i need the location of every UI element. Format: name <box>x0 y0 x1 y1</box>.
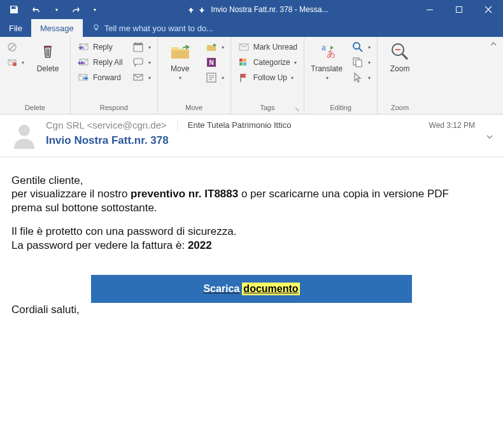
categorize-icon <box>237 57 250 68</box>
related-icon <box>351 56 364 69</box>
chevron-down-icon <box>485 132 494 141</box>
caret-down-icon: ▾ <box>294 60 297 66</box>
collapse-ribbon[interactable] <box>489 37 503 114</box>
meeting-button[interactable]: ▾ <box>129 39 153 55</box>
group-respond: Reply Reply All Forward ▾ ▾ <box>71 37 158 114</box>
caret-down-icon: ▾ <box>368 60 371 66</box>
reply-icon <box>77 41 90 53</box>
select-icon <box>351 71 364 84</box>
translate-button[interactable]: aあ Translate▾ <box>308 38 345 81</box>
redo-button[interactable] <box>65 0 85 19</box>
svg-line-5 <box>10 45 15 50</box>
save-button[interactable] <box>4 0 24 19</box>
forward-icon <box>77 72 90 83</box>
rules-icon <box>205 41 218 53</box>
forward-button[interactable]: Forward <box>74 70 125 85</box>
actions-button[interactable]: ▾ <box>202 70 227 85</box>
svg-text:a: a <box>322 43 326 52</box>
zoom-button[interactable]: Zoom <box>381 38 418 73</box>
reply-button[interactable]: Reply <box>74 39 125 55</box>
svg-rect-27 <box>239 59 243 62</box>
move-button[interactable]: Move▾ <box>162 38 199 81</box>
caret-down-icon: ▾ <box>222 45 224 50</box>
onenote-icon: N <box>205 56 218 69</box>
caret-down-icon: ▾ <box>368 45 371 50</box>
meeting-icon <box>132 41 145 53</box>
svg-point-7 <box>13 62 17 66</box>
maximize-button[interactable] <box>444 0 474 19</box>
svg-rect-1 <box>457 7 462 13</box>
svg-rect-37 <box>356 60 362 67</box>
close-button[interactable] <box>474 0 503 19</box>
caret-down-icon: ▾ <box>94 7 96 13</box>
flag-icon <box>237 72 250 83</box>
caret-down-icon: ▾ <box>222 75 224 81</box>
delete-button[interactable]: Delete <box>29 38 66 73</box>
junk-icon <box>6 57 18 68</box>
categorize-button[interactable]: Categorize▾ <box>235 55 300 70</box>
find-icon <box>351 41 364 53</box>
caret-down-icon: ▾ <box>368 75 371 81</box>
reply-all-button[interactable]: Reply All <box>74 55 125 70</box>
find-button[interactable]: ▾ <box>349 39 373 55</box>
tab-tell-me[interactable]: Tell me what you want to do... <box>83 19 222 37</box>
minimize-button[interactable] <box>415 0 444 19</box>
close-icon <box>485 6 492 13</box>
minimize-icon <box>426 6 434 13</box>
undo-icon <box>32 4 42 15</box>
save-icon <box>9 4 19 15</box>
im-button[interactable]: ▾ <box>129 55 153 70</box>
svg-line-35 <box>359 48 362 52</box>
message-header: Cgn SRL <service@cgn.de> Ente Tutela Pat… <box>0 115 503 157</box>
group-zoom: Zoom Zoom <box>378 37 422 114</box>
group-editing: aあ Translate▾ ▾ ▾ ▾ Editing <box>304 37 378 114</box>
more-respond-button[interactable]: ▾ <box>129 70 153 85</box>
svg-point-2 <box>94 25 98 29</box>
recipient-field: Ente Tutela Patrimonio Ittico <box>188 120 292 130</box>
onenote-button[interactable]: N <box>202 55 227 70</box>
body-line: Il file è protetto con una password di s… <box>11 225 492 238</box>
tab-message[interactable]: Message <box>31 19 83 37</box>
group-move: Move▾ ▾ N ▾ Move <box>158 37 231 114</box>
caret-down-icon: ▾ <box>291 75 294 81</box>
from-field: Cgn SRL <service@cgn.de> <box>46 120 178 130</box>
body-line: Gentile cliente, <box>11 174 492 187</box>
reply-all-icon <box>77 57 90 68</box>
ignore-button[interactable] <box>4 39 27 55</box>
caret-down-icon: ▾ <box>326 75 329 81</box>
svg-rect-28 <box>243 59 246 62</box>
undo-dropdown[interactable]: ▾ <box>50 0 62 19</box>
delete-icon <box>37 41 59 62</box>
caret-down-icon: ▾ <box>22 60 24 66</box>
ribbon-tabs: File Message Tell me what you want to do… <box>0 19 503 37</box>
svg-line-10 <box>49 48 50 56</box>
rules-button[interactable]: ▾ <box>202 39 227 55</box>
translate-icon: aあ <box>315 41 338 62</box>
chevron-up-icon <box>489 39 498 48</box>
caret-down-icon: ▾ <box>148 75 151 81</box>
svg-point-34 <box>353 43 360 49</box>
svg-line-39 <box>402 54 407 59</box>
follow-up-button[interactable]: Follow Up▾ <box>235 70 300 85</box>
tab-file[interactable]: File <box>0 19 31 37</box>
caret-down-icon: ▾ <box>179 75 181 81</box>
junk-button[interactable]: ▾ <box>4 55 27 70</box>
svg-rect-0 <box>427 10 433 10</box>
redo-icon <box>70 4 80 15</box>
select-button[interactable]: ▾ <box>349 70 373 85</box>
svg-rect-18 <box>134 59 143 64</box>
expand-header-button[interactable] <box>485 132 494 150</box>
svg-rect-15 <box>134 43 143 45</box>
svg-text:あ: あ <box>327 48 336 59</box>
caret-down-icon: ▾ <box>148 45 151 50</box>
svg-rect-3 <box>95 29 97 31</box>
related-button[interactable]: ▾ <box>349 55 373 70</box>
mark-unread-button[interactable]: Mark Unread <box>235 39 300 55</box>
download-button[interactable]: Scaricadocumento <box>91 275 412 303</box>
date-field: Wed 3:12 PM <box>429 121 475 130</box>
svg-point-41 <box>18 125 30 136</box>
undo-button[interactable] <box>27 0 47 19</box>
body-line: per visualizzare il nostro preventivo nr… <box>11 187 492 200</box>
person-icon <box>9 120 39 150</box>
qat-customize[interactable]: ▾ <box>88 0 101 19</box>
